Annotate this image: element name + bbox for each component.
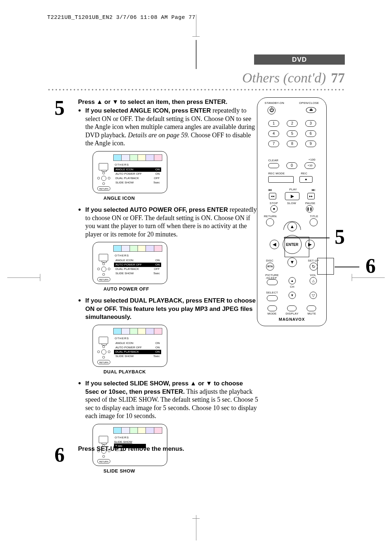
recmode-label: REC MODE [268, 172, 285, 175]
tv-icon [99, 163, 108, 170]
eject-icon [306, 107, 316, 113]
setup-button: ↻ [310, 263, 318, 271]
picture-sleep-button [267, 279, 278, 285]
step-6-number: 6 [54, 443, 65, 466]
zero-button: 0 [286, 162, 297, 169]
numpad: 123 456 789 [268, 120, 316, 151]
step-5-lead: Press ▲ or ▼ to select an item, then pre… [78, 98, 258, 106]
return-icon: RETURN [97, 277, 110, 281]
rew-button: ◂◂ [269, 193, 276, 199]
page-number: 77 [331, 70, 345, 85]
dual-playback-head: If you selected DUAL PLAYBACK, press ENT… [85, 297, 256, 320]
return-icon: RETURN [97, 186, 110, 191]
auto-power-screenshot: OTHERS RETURN ANGLE ICONON AUTO POWER OF… [93, 242, 167, 284]
mode-button [268, 305, 277, 311]
prev-icon: ⏮ [268, 188, 272, 192]
next-icon: ⏭ [312, 188, 315, 192]
nav-icon [99, 173, 109, 183]
callout-6-line [335, 267, 359, 267]
nav-icon [99, 347, 109, 357]
vol-down-button: ▽ [310, 292, 317, 299]
clear-button [268, 163, 279, 168]
return-icon: RETURN [97, 360, 110, 364]
auto-power-caption: AUTO POWER OFF [103, 286, 258, 292]
tv-icon [99, 337, 108, 344]
openclose-label: OPEN/CLOSE [299, 101, 319, 105]
vol-up-button: △ [310, 277, 317, 284]
callout-5: 5 [335, 225, 345, 248]
select-button [267, 295, 278, 301]
ch-label: CH [290, 285, 294, 288]
disc-label: DISC [266, 259, 273, 262]
callout-setup-box [317, 258, 334, 275]
display-button [287, 305, 297, 311]
left-button: ◀ [270, 240, 279, 249]
page-title: Others (cont'd)77 [242, 70, 345, 86]
crop-mark-top [196, 15, 196, 36]
mode-label: MODE [268, 312, 277, 315]
ffwd-button: ▸▸ [307, 193, 315, 199]
angle-icon-screenshot: OTHERS RETURN ANGLE ICONON AUTO POWER OF… [93, 151, 167, 193]
mute-label: MUTE [307, 312, 316, 315]
disc-button: RTN [266, 263, 274, 271]
callout-5-line [284, 238, 330, 238]
return-label: RETURN [264, 215, 277, 218]
play-button: ▶ [285, 192, 299, 200]
up-button: ▲ [287, 222, 297, 231]
crop-mark-right [352, 278, 385, 278]
crop-mark-left [7, 278, 40, 278]
rec-label: REC [301, 172, 307, 175]
title-label: TITLE [310, 215, 318, 218]
step-6-text: Press SET-UP to remove the menus. [78, 445, 184, 453]
brand-label: MAGNAVOX [257, 317, 326, 321]
power-icon [268, 106, 275, 114]
rec-button [299, 176, 313, 183]
callout-enter-box [285, 237, 309, 257]
ch-up-button: ▲ [289, 277, 296, 284]
remote-control-diagram: STANDBY-ON OPEN/CLOSE 123 456 789 CLEAR … [257, 97, 327, 326]
plus100-label: +100 [309, 158, 315, 161]
nav-icon [99, 264, 109, 274]
slide-show-caption: SLIDE SHOW [103, 468, 258, 474]
tv-icon [99, 254, 108, 261]
select-label: SELECT [266, 291, 278, 294]
display-label: DISPLAY [286, 312, 298, 315]
play-label: PLAY [289, 188, 297, 191]
return-icon: RETURN [97, 459, 110, 463]
tv-icon [99, 436, 108, 443]
standby-label: STANDBY-ON [265, 101, 284, 105]
angle-icon-head: If you selected ANGLE ICON, press ENTER [85, 107, 211, 114]
auto-power-head: If you selected AUTO POWER OFF, press EN… [85, 206, 228, 213]
stop-button: ■ [270, 205, 278, 212]
crop-mark-bottom [196, 515, 196, 540]
mini-others-label: OTHERS [115, 163, 129, 167]
callout-6: 6 [366, 254, 376, 278]
recmode-button [268, 176, 294, 183]
page-title-text: Others (cont'd) [242, 70, 326, 85]
divider-dots [47, 89, 345, 91]
slow-label: SLOW [287, 202, 296, 205]
clear-label: CLEAR [268, 159, 278, 162]
stop-label: STOP [270, 202, 278, 205]
pause-button: ❚❚ [306, 205, 313, 212]
pause-label: PAUSE [305, 202, 315, 205]
ch-down-button: ▼ [289, 292, 296, 299]
plus10-button: +10 [305, 162, 315, 169]
angle-icon-body-ital: Details are on page 59. [128, 131, 189, 139]
dvd-section-bar: DVD [254, 54, 345, 65]
vol-label: VOL [310, 274, 316, 277]
dual-playback-caption: DUAL PLAYBACK [103, 369, 258, 375]
angle-icon-caption: ANGLE ICON [103, 195, 258, 201]
down-button: ▼ [287, 258, 297, 267]
step-5-number: 5 [54, 96, 65, 119]
dual-playback-screenshot: OTHERS RETURN ANGLE ICONON AUTO POWER OF… [93, 325, 167, 367]
mute-button [307, 305, 316, 311]
slide-show-screenshot: OTHERS RETURN SLIDE SHOW 5 sec 10 sec [93, 424, 167, 466]
